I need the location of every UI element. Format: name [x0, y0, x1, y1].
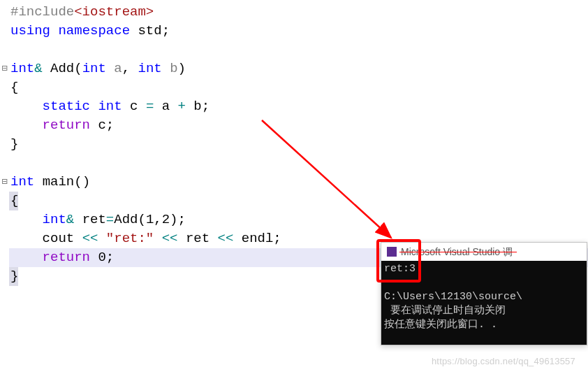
code-line: { — [9, 78, 18, 97]
code-line: cout << "ret:" << ret << endl; — [9, 229, 281, 248]
console-window: Microsoft Visual Studio 调 ret:3 C:\Users… — [381, 242, 587, 345]
brace-open: { — [10, 193, 18, 208]
vs-icon — [387, 247, 397, 257]
watermark: https://blog.csdn.net/qq_49613557 — [432, 356, 575, 366]
code-line: } — [9, 267, 18, 286]
code-line: int& Add(int a, int b) — [9, 59, 186, 78]
code-line: int main() — [9, 173, 90, 192]
code-line: static int c = a + b; — [9, 97, 210, 116]
code-line: } — [9, 135, 18, 154]
console-msg: 要在调试停止时自动关闭 — [384, 304, 584, 318]
console-titlebar[interactable]: Microsoft Visual Studio 调 — [381, 243, 587, 261]
code-line: #include<iostream> — [9, 3, 154, 22]
code-line: using namespace std; — [9, 22, 170, 41]
console-path: C:\Users\12130\source\ — [384, 290, 584, 304]
code-line: int& ret=Add(1,2); — [9, 210, 186, 229]
fold-gutter[interactable]: ⊟ — [0, 59, 9, 78]
console-msg: 按任意键关闭此窗口. . — [384, 318, 584, 332]
code-line: { — [9, 192, 18, 210]
fold-gutter[interactable]: ⊟ — [0, 173, 9, 192]
include-header: <iostream> — [74, 4, 154, 20]
console-body[interactable]: ret:3 C:\Users\12130\source\ 要在调试停止时自动关闭… — [381, 261, 587, 345]
title-strike — [399, 252, 517, 252]
brace-close: } — [10, 269, 18, 284]
preproc-directive: #include — [10, 4, 74, 20]
console-output: ret:3 — [384, 262, 584, 276]
code-line: return 0; — [9, 248, 114, 267]
code-line: return c; — [9, 116, 114, 135]
